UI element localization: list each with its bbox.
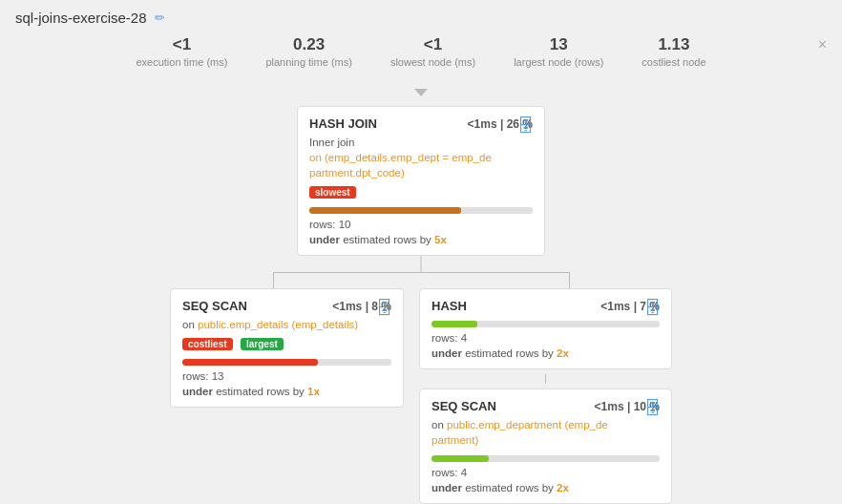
seq-scan-db-icon: 🗄 (376, 299, 393, 319)
stat-slowest-node: <1 slowest node (ms) (390, 35, 475, 68)
stat-largest-node: 13 largest node (rows) (514, 35, 603, 68)
seq-scan2-progress-bar (432, 455, 489, 462)
seq-scan2-title: SEQ SCAN (432, 399, 496, 413)
stat-planning-time: 0.23 planning time (ms) (265, 35, 351, 68)
stats-bar: <1 execution time (ms) 0.23 planning tim… (15, 35, 827, 75)
hash-progress-bar (432, 321, 477, 327)
seq-scan2-db-icon: 🗄 (644, 399, 662, 419)
hash-join-progress-bar (309, 207, 461, 214)
seq-scan-header: SEQ SCAN <1ms | 8 % (182, 299, 391, 313)
hash-card-header: HASH <1ms | 7 % (432, 299, 660, 313)
bottom-row: SEQ SCAN <1ms | 8 % 🗄 on public.emp_deta… (15, 288, 827, 504)
seq-scan-rows: rows: 13 (182, 370, 391, 382)
seq-scan-progress-container (182, 359, 391, 366)
main-card-wrapper: HASH JOIN <1ms | 26 % 🗄 Inner join on (e… (15, 106, 827, 256)
hash-title: HASH (432, 299, 467, 313)
hash-join-rows: rows: 10 (309, 219, 533, 230)
stat-execution-time: <1 execution time (ms) (136, 35, 227, 68)
largest-badge: largest (241, 338, 284, 350)
right-col: HASH <1ms | 7 % 🗄 rows: 4 under estimate… (419, 288, 672, 504)
hash-join-estimate: under estimated rows by 5x (309, 234, 533, 245)
connector-v-top (421, 256, 422, 273)
seq-scan-progress-bar (182, 359, 318, 366)
hash-estimate: under estimated rows by 2x (432, 347, 660, 359)
seq-scan-title: SEQ SCAN (182, 299, 247, 313)
page-container: sql-joins-exercise-28 ✏ <1 execution tim… (0, 0, 842, 504)
hash-progress-container (432, 321, 660, 327)
seq-scan2-header: SEQ SCAN <1ms | 10 % (432, 399, 660, 413)
seq-scan2-progress-container (432, 455, 660, 462)
hash-join-card-header: HASH JOIN <1ms | 26 % (309, 116, 533, 131)
page-title: sql-joins-exercise-28 (15, 10, 147, 26)
edit-icon[interactable]: ✏ (155, 10, 165, 25)
hash-join-db-icon: 🗄 (517, 116, 535, 136)
slowest-badge: slowest (309, 186, 356, 199)
costliest-badge: costliest (182, 338, 233, 350)
right-col-connector (419, 374, 672, 384)
hash-join-title: HASH JOIN (309, 116, 377, 131)
hash-join-badge-row: slowest (309, 182, 533, 200)
connector-v-left (273, 272, 274, 288)
seq-scan-badges: costliest largest (182, 334, 391, 351)
seq-scan-estimate: under estimated rows by 1x (182, 386, 391, 397)
stats-arrow (414, 89, 428, 96)
hash-rows: rows: 4 (432, 332, 660, 344)
connector-v-right (569, 272, 570, 288)
hash-join-progress-container (309, 207, 533, 214)
seq-scan-card2: SEQ SCAN <1ms | 10 % 🗄 on public.emp_dep… (419, 388, 672, 504)
close-button[interactable]: × (818, 37, 827, 52)
seq-scan2-subtitle: on public.emp_department (emp_de partmen… (432, 417, 660, 448)
left-col: SEQ SCAN <1ms | 8 % 🗄 on public.emp_deta… (170, 288, 404, 408)
seq-scan2-rows: rows: 4 (432, 467, 660, 478)
hash-join-subtitle: Inner join on (emp_details.emp_dept = em… (309, 135, 533, 180)
hash-db-icon: 🗄 (644, 299, 662, 319)
seq-scan2-estimate: under estimated rows by 2x (432, 482, 660, 494)
stat-costliest-node: 1.13 costliest node (642, 35, 705, 68)
title-row: sql-joins-exercise-28 ✏ (15, 10, 827, 26)
right-col-connector-line (545, 374, 546, 384)
seq-scan-card: SEQ SCAN <1ms | 8 % 🗄 on public.emp_deta… (170, 288, 404, 408)
hash-card: HASH <1ms | 7 % 🗄 rows: 4 under estimate… (419, 288, 672, 369)
hash-join-card: HASH JOIN <1ms | 26 % 🗄 Inner join on (e… (297, 106, 545, 256)
seq-scan-subtitle: on public.emp_details (emp_details) (182, 317, 391, 332)
connector-h (273, 272, 569, 273)
